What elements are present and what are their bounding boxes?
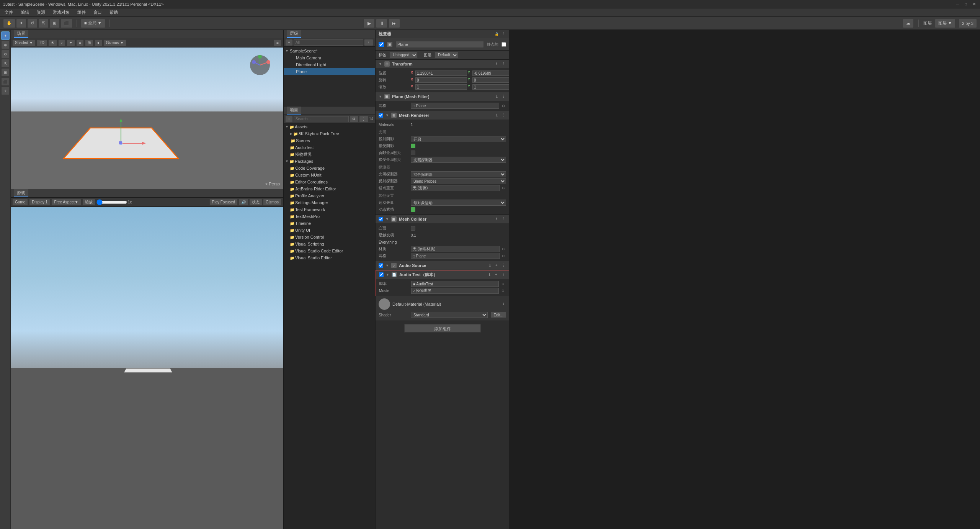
minimize-button[interactable]: ─ — [955, 2, 960, 7]
mr-info-btn[interactable]: ℹ — [494, 113, 499, 118]
layout-dropdown[interactable]: 2 by 3 — [959, 19, 977, 28]
audio-test-header[interactable]: ▼ 📄 Audio Test（脚本） ℹ + ⋮ — [376, 270, 509, 279]
left-tool-0[interactable]: ✦ — [1, 31, 10, 40]
pivot-dropdown[interactable]: ■ 全局 ▼ — [81, 19, 105, 28]
shader-select[interactable]: Standard — [411, 312, 488, 318]
transform-info-btn[interactable]: ℹ — [494, 61, 499, 67]
menu-window[interactable]: 窗口 — [90, 9, 105, 16]
script-pick[interactable]: ⊙ — [500, 281, 506, 287]
obj-name-input[interactable] — [395, 41, 484, 48]
music-value[interactable]: ♪ 怪物世界 — [411, 288, 499, 294]
scene-grid-btn[interactable]: ⊞ — [85, 39, 93, 46]
project-monsters[interactable]: 📁 怪物世界 — [284, 151, 375, 158]
scene-more-btn[interactable]: ● — [95, 39, 102, 46]
audio-source-header[interactable]: ▼ ♪ Audio Source ℹ + ⋮ — [376, 261, 509, 270]
layer-dropdown[interactable]: Default — [434, 52, 458, 59]
collider-mesh-pick[interactable]: ⊙ — [501, 253, 506, 259]
maximize-button[interactable]: □ — [963, 2, 969, 7]
left-tool-4[interactable]: ⊞ — [1, 68, 10, 77]
project-profile[interactable]: 📁 Profile Analyzer — [284, 192, 375, 199]
phys-material-value[interactable]: 无 (物理材质) — [411, 246, 500, 252]
as-more-btn[interactable]: ⋮ — [501, 263, 506, 268]
shader-edit-btn[interactable]: Edit... — [491, 312, 506, 318]
left-tool-6[interactable]: ✧ — [1, 87, 10, 95]
mesh-renderer-header[interactable]: ▼ ⊞ Mesh Renderer ℹ ⋮ — [376, 111, 509, 120]
scene-shaded-btn[interactable]: Shaded ▼ — [12, 39, 36, 46]
inspector-lock-btn[interactable]: 🔒 — [494, 31, 499, 37]
game-tab[interactable]: 游戏 — [14, 189, 28, 197]
project-settings[interactable]: 📁 Settings Manager — [284, 199, 375, 206]
at-checkbox[interactable] — [379, 272, 384, 277]
project-jetbrains[interactable]: 📁 JetBrains Rider Editor — [284, 185, 375, 192]
rot-x-input[interactable] — [415, 77, 467, 83]
left-tool-3[interactable]: ⇱ — [1, 59, 10, 67]
script-value[interactable]: ■ AudioTest — [411, 281, 499, 287]
project-settings-btn[interactable]: ⚙ — [350, 116, 358, 123]
project-audiotest[interactable]: 📁 AudioTest — [284, 144, 375, 151]
project-code-coverage[interactable]: 📁 Code Coverage — [284, 165, 375, 172]
scene-gizmos-btn[interactable]: ≡ — [76, 39, 84, 46]
project-vs-editor[interactable]: 📁 Visual Studio Editor — [284, 254, 375, 261]
mf-info-btn[interactable]: ℹ — [494, 94, 499, 99]
project-tab[interactable]: 项目 — [287, 106, 301, 115]
mc-more-btn[interactable]: ⋮ — [501, 216, 506, 222]
tool-move[interactable]: ✦ — [16, 19, 26, 28]
menu-gameobject[interactable]: 游戏对象 — [50, 9, 73, 16]
project-skybox[interactable]: ▶ 📁 8K Skybox Pack Free — [284, 130, 375, 137]
cast-shadows-select[interactable]: 开启 — [411, 136, 506, 142]
layer-dropdown[interactable]: 图层 ▼ — [935, 19, 956, 28]
mf-more-btn[interactable]: ⋮ — [501, 94, 506, 99]
project-version-control[interactable]: 📁 Version Control — [284, 234, 375, 241]
left-tool-2[interactable]: ↺ — [1, 50, 10, 58]
tool-hand[interactable]: ✋ — [3, 19, 15, 28]
aspect-dropdown[interactable]: Free Aspect ▼ — [51, 199, 81, 206]
cloud-button[interactable]: ☁ — [903, 19, 914, 28]
pause-button[interactable]: ⏸ — [376, 19, 387, 28]
display-dropdown[interactable]: Display 1 — [29, 199, 50, 206]
mr-checkbox[interactable] — [379, 113, 383, 118]
as-add-btn[interactable]: + — [494, 263, 499, 268]
menu-edit[interactable]: 编辑 — [18, 9, 32, 16]
hierarchy-more-btn[interactable]: ⋮ — [364, 39, 373, 46]
game-gizmos-btn[interactable]: Gizmos — [263, 199, 281, 206]
anchor-value[interactable]: 无 (变换) — [411, 185, 500, 191]
inspector-menu-btn[interactable]: ⋮ — [501, 31, 506, 37]
at-info-btn[interactable]: ℹ — [487, 272, 492, 277]
mesh-pick-btn[interactable]: ⊙ — [501, 103, 506, 108]
rot-y-input[interactable] — [472, 77, 509, 83]
close-button[interactable]: ✕ — [972, 2, 977, 7]
menu-help[interactable]: 帮助 — [106, 9, 121, 16]
tool-rect[interactable]: ⊞ — [49, 19, 60, 28]
scale-y-input[interactable] — [472, 84, 509, 90]
collider-mesh-value[interactable]: □ Plane — [411, 253, 500, 259]
material-info-btn[interactable]: ℹ — [501, 301, 506, 307]
menu-assets[interactable]: 资源 — [34, 9, 48, 16]
play-focused-btn[interactable]: Play Focused — [209, 199, 238, 206]
project-unity-ui[interactable]: 📁 Unity UI — [284, 227, 375, 234]
anchor-pick[interactable]: ⊙ — [501, 185, 506, 191]
menu-file[interactable]: 文件 — [2, 9, 16, 16]
recv-gi-select[interactable]: 光照探测器 — [411, 157, 506, 163]
phys-material-pick[interactable]: ⊙ — [501, 246, 506, 252]
scene-gizmos-toggle[interactable]: Gizmos ▼ — [103, 39, 127, 46]
hierarchy-samplescene[interactable]: ▼ SampleScene* — [284, 47, 375, 54]
pos-y-input[interactable] — [472, 70, 509, 76]
hierarchy-plane[interactable]: Plane — [284, 68, 375, 75]
project-packages[interactable]: ▼ 📁 Packages — [284, 158, 375, 165]
left-tool-5[interactable]: ⬛ — [1, 77, 10, 86]
scene-light-btn[interactable]: ☀ — [48, 39, 57, 46]
mesh-filter-header[interactable]: ▼ ▣ Plane (Mesh Filter) ℹ ⋮ — [376, 92, 509, 101]
project-more-btn[interactable]: ⋮ — [359, 116, 368, 123]
mesh-value[interactable]: □ Plane — [411, 103, 499, 109]
menu-component[interactable]: 组件 — [74, 9, 89, 16]
scene-2d-btn[interactable]: 2D — [37, 39, 47, 46]
at-more-btn[interactable]: ⋮ — [500, 272, 506, 277]
project-scenes[interactable]: 📁 Scenes — [284, 137, 375, 144]
transform-header[interactable]: ▼ ⊞ Transform ℹ ⋮ — [376, 60, 509, 68]
project-search[interactable] — [294, 116, 349, 122]
scene-viewport[interactable]: < Persp — [11, 47, 283, 189]
scene-audio-btn[interactable]: ♪ — [58, 39, 65, 46]
scene-gizmo[interactable] — [248, 54, 271, 77]
scale-x-input[interactable] — [415, 84, 467, 90]
zoom-slider[interactable] — [96, 201, 127, 204]
